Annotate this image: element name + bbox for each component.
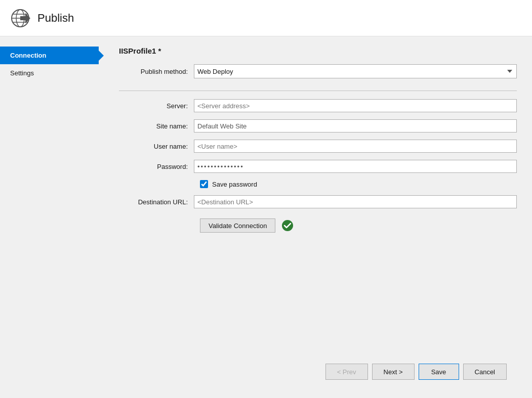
save-password-row: Save password <box>200 180 517 188</box>
destination-url-input[interactable] <box>194 195 517 208</box>
content-area: IISProfile1 * Publish method: Web Deploy… <box>99 36 532 398</box>
destination-url-label: Destination URL: <box>119 198 194 206</box>
save-button[interactable]: Save <box>419 364 459 380</box>
site-name-label: Site name: <box>119 122 194 130</box>
password-label: Password: <box>119 163 194 170</box>
main-container: Connection Settings IISProfile1 * Publis… <box>0 36 532 398</box>
validate-connection-button[interactable]: Validate Connection <box>200 218 275 233</box>
validate-row: Validate Connection <box>200 218 517 233</box>
svg-marker-5 <box>20 13 30 23</box>
user-name-label: User name: <box>119 143 194 150</box>
prev-button[interactable]: < Prev <box>325 364 368 380</box>
server-input[interactable] <box>194 99 517 112</box>
svg-point-6 <box>282 220 293 231</box>
publish-method-label: Publish method: <box>119 68 194 75</box>
next-button[interactable]: Next > <box>372 364 415 380</box>
server-label: Server: <box>119 102 194 110</box>
user-name-input[interactable] <box>194 140 517 153</box>
destination-url-row: Destination URL: <box>119 195 517 208</box>
user-name-row: User name: <box>119 140 517 153</box>
sidebar-item-connection[interactable]: Connection <box>0 47 99 64</box>
publish-method-row: Publish method: Web Deploy FTP File Syst… <box>119 64 517 78</box>
page-title: Publish <box>37 12 74 25</box>
globe-icon <box>10 8 30 28</box>
form-divider <box>119 91 517 91</box>
server-row: Server: <box>119 99 517 112</box>
cancel-button[interactable]: Cancel <box>463 364 507 380</box>
sidebar-item-settings[interactable]: Settings <box>0 64 99 82</box>
save-password-label[interactable]: Save password <box>212 181 257 188</box>
password-row: Password: <box>119 160 517 173</box>
sidebar: Connection Settings <box>0 36 99 398</box>
password-input[interactable] <box>194 160 517 173</box>
validate-success-icon <box>281 219 294 232</box>
save-password-checkbox[interactable] <box>200 180 208 188</box>
site-name-input[interactable] <box>194 119 517 132</box>
publish-method-select[interactable]: Web Deploy FTP File System <box>194 64 517 78</box>
site-name-row: Site name: <box>119 119 517 132</box>
dialog-header: Publish <box>0 0 532 36</box>
profile-title: IISProfile1 * <box>119 47 517 55</box>
footer-buttons: < Prev Next > Save Cancel <box>119 356 517 388</box>
